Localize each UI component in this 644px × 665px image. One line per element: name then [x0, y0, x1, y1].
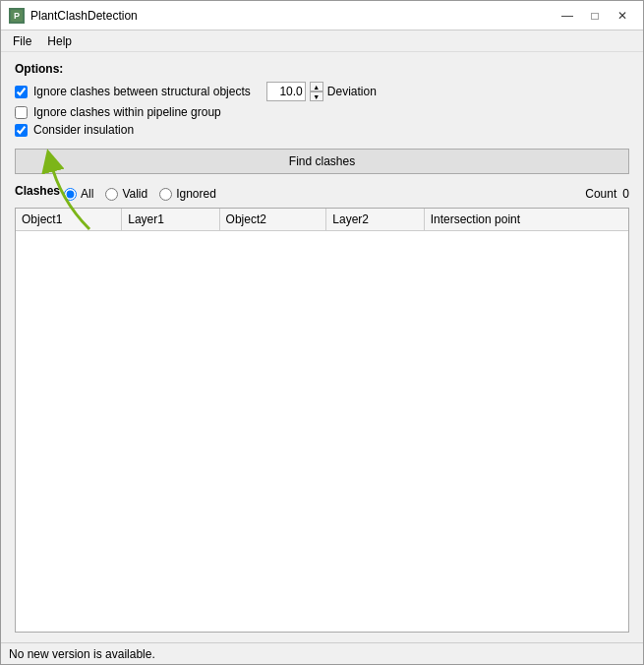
ignore-structural-checkbox[interactable]: [15, 86, 28, 98]
main-window: P PlantClashDetection — □ ✕ File Help Op…: [0, 0, 644, 665]
options-section: Options: Ignore clashes between structur…: [15, 62, 629, 141]
clashes-table: Object1 Layer1 Object2 Layer2 Intersecti…: [16, 209, 628, 231]
content-area: Options: Ignore clashes between structur…: [1, 52, 643, 642]
filter-all-radio[interactable]: [64, 188, 77, 201]
col-layer2: Layer2: [326, 209, 424, 231]
consider-insulation-checkbox[interactable]: [15, 124, 28, 137]
filter-ignored-label: Ignored: [176, 187, 216, 201]
deviation-input[interactable]: [266, 82, 306, 101]
title-bar: P PlantClashDetection — □ ✕: [1, 1, 643, 30]
option-row-3: Consider insulation: [15, 123, 629, 137]
count-label: Count: [585, 187, 616, 201]
menu-file[interactable]: File: [5, 30, 39, 51]
window-title: PlantClashDetection: [30, 9, 555, 23]
svg-text:P: P: [14, 11, 20, 21]
ignore-pipeline-label: Ignore clashes within pipeline group: [33, 105, 221, 119]
count-display: Count 0: [585, 187, 629, 201]
clashes-header: Clashes All Valid Ignored: [15, 184, 629, 204]
option-row-1: Ignore clashes between structural object…: [15, 82, 629, 101]
filter-radio-group: All Valid Ignored: [64, 187, 216, 201]
menu-help[interactable]: Help: [39, 30, 80, 51]
table-header-row: Object1 Layer1 Object2 Layer2 Intersecti…: [16, 209, 628, 231]
clashes-label: Clashes: [15, 184, 60, 198]
ignore-pipeline-checkbox[interactable]: [15, 106, 28, 119]
consider-insulation-label: Consider insulation: [33, 123, 134, 137]
close-button[interactable]: ✕: [610, 5, 635, 27]
options-label: Options:: [15, 62, 629, 76]
filter-all-label: All: [81, 187, 93, 201]
minimize-button[interactable]: —: [555, 5, 580, 27]
col-layer1: Layer1: [122, 209, 219, 231]
filter-all[interactable]: All: [64, 187, 93, 201]
maximize-button[interactable]: □: [582, 5, 608, 27]
spinner-up[interactable]: ▲: [310, 82, 323, 91]
col-object2: Object2: [219, 209, 326, 231]
deviation-group: ▲ ▼ Deviation: [266, 82, 377, 101]
ignore-structural-label: Ignore clashes between structural object…: [33, 85, 251, 98]
filter-valid-radio[interactable]: [105, 188, 118, 201]
filter-ignored-radio[interactable]: [159, 188, 172, 201]
filter-valid[interactable]: Valid: [105, 187, 147, 201]
spinner-down[interactable]: ▼: [310, 91, 323, 101]
status-bar: No new version is available.: [1, 642, 643, 664]
option-row-2: Ignore clashes within pipeline group: [15, 105, 629, 119]
filter-valid-label: Valid: [122, 187, 147, 201]
filter-ignored[interactable]: Ignored: [159, 187, 216, 201]
col-intersection: Intersection point: [424, 209, 628, 231]
menu-bar: File Help: [1, 30, 643, 52]
deviation-spinner: ▲ ▼: [310, 82, 323, 101]
clashes-section: Clashes All Valid Ignored: [15, 184, 629, 633]
col-object1: Object1: [16, 209, 122, 231]
deviation-label: Deviation: [327, 85, 377, 98]
find-clashes-button[interactable]: Find clashes: [15, 149, 629, 174]
app-icon: P: [9, 8, 25, 24]
window-controls: — □ ✕: [555, 5, 635, 27]
clashes-table-container: Object1 Layer1 Object2 Layer2 Intersecti…: [15, 208, 629, 633]
status-message: No new version is available.: [9, 647, 155, 661]
count-value: 0: [622, 187, 629, 201]
